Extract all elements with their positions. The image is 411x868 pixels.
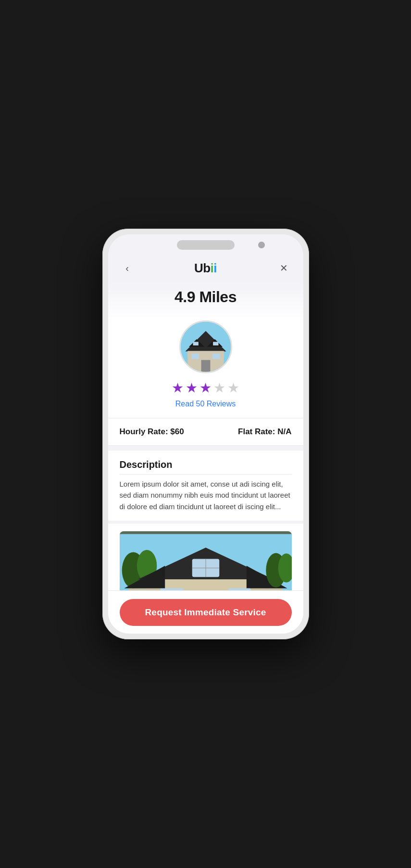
- nav-bar: ‹ Ubii ✕: [108, 256, 303, 281]
- distance-label: 4.9 Miles: [120, 288, 292, 306]
- description-section: Description Lorem ipsum dolor sit amet, …: [108, 451, 303, 521]
- star-3: ★: [199, 380, 212, 396]
- bottom-bar: Request Immediate Service: [108, 590, 303, 634]
- provider-section: ★ ★ ★ ★ ★ Read 50 Reviews: [108, 320, 303, 418]
- logo-dot-blue: i: [213, 261, 217, 275]
- rating-stars: ★ ★ ★ ★ ★: [172, 380, 239, 396]
- star-2: ★: [186, 380, 198, 396]
- app-logo: Ubii: [194, 261, 217, 276]
- camera-dot: [258, 242, 265, 248]
- rates-section: Hourly Rate: $60 Flat Rate: N/A: [108, 418, 303, 446]
- phone-screen: ‹ Ubii ✕ 4.9 Miles: [108, 234, 303, 634]
- content-scroll[interactable]: 4.9 Miles: [108, 281, 303, 634]
- description-title: Description: [120, 459, 292, 475]
- star-4: ★: [213, 380, 225, 396]
- svg-rect-5: [201, 360, 210, 372]
- svg-rect-6: [191, 354, 199, 359]
- distance-section: 4.9 Miles: [108, 281, 303, 320]
- star-5: ★: [227, 380, 239, 396]
- hourly-rate: Hourly Rate: $60: [120, 427, 184, 437]
- request-service-button[interactable]: Request Immediate Service: [120, 599, 292, 626]
- svg-rect-7: [212, 354, 220, 359]
- flat-rate: Flat Rate: N/A: [238, 427, 291, 437]
- close-button[interactable]: ✕: [276, 260, 291, 276]
- phone-frame: ‹ Ubii ✕ 4.9 Miles: [102, 229, 309, 639]
- svg-rect-9: [213, 342, 218, 346]
- status-bar: [108, 234, 303, 256]
- status-pill: [177, 240, 235, 250]
- close-icon: ✕: [280, 262, 288, 274]
- svg-rect-8: [193, 342, 198, 346]
- star-1: ★: [172, 380, 184, 396]
- reviews-link[interactable]: Read 50 Reviews: [175, 400, 236, 408]
- back-icon: ‹: [125, 263, 129, 274]
- description-body: Lorem ipsum dolor sit amet, conse ut adi…: [120, 478, 292, 512]
- provider-avatar: [179, 320, 232, 373]
- back-button[interactable]: ‹: [120, 260, 135, 276]
